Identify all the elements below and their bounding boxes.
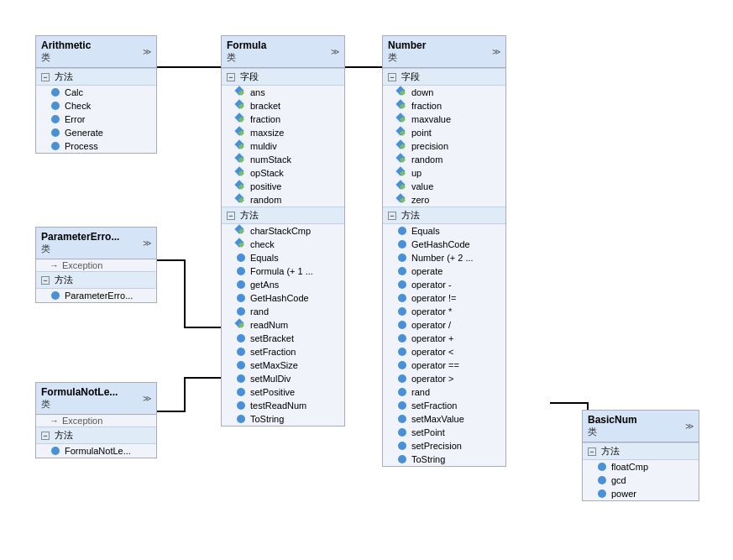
formula-field-maxsize[interactable]: maxsize [222, 126, 344, 139]
number-methods-header[interactable]: − 方法 [383, 207, 505, 224]
formula-field-numstack[interactable]: numStack [222, 153, 344, 166]
number-fields-header[interactable]: − 字段 [383, 68, 505, 86]
number-method-op-eq[interactable]: operator == [383, 359, 505, 372]
number-field-fraction[interactable]: fraction [383, 99, 505, 113]
basicnum-expand[interactable]: ≫ [685, 421, 694, 431]
formula-method-setbracket[interactable]: setBracket [222, 332, 344, 345]
arithmetic-methods-header[interactable]: − 方法 [36, 68, 156, 86]
formula-field-muldiv[interactable]: muldiv [222, 139, 344, 153]
number-methods-label: 方法 [401, 209, 420, 222]
number-method-op-mul[interactable]: operator * [383, 305, 505, 318]
parameter-error-methods-header[interactable]: − 方法 [36, 271, 156, 289]
basicnum-methods-header[interactable]: − 方法 [583, 442, 699, 460]
formula-expand[interactable]: ≫ [331, 47, 339, 56]
number-field-precision[interactable]: precision [383, 139, 505, 153]
formula-field-opstack[interactable]: opStack [222, 166, 344, 180]
op-minus-icon [396, 279, 408, 290]
formula-field-bracket[interactable]: bracket [222, 99, 344, 113]
number-method-op-gt[interactable]: operator > [383, 372, 505, 385]
formula-not-le-expand[interactable]: ≫ [143, 394, 151, 403]
formula-method-getans[interactable]: getAns [222, 278, 344, 291]
arithmetic-error[interactable]: Error [36, 113, 156, 126]
parameter-error-header[interactable]: ParameterErro... 类 ≫ [36, 228, 156, 259]
parameter-error-method[interactable]: ParameterErro... [36, 289, 156, 302]
formula-method-testreadnum[interactable]: testReadNum [222, 399, 344, 412]
number-field-value[interactable]: value [383, 180, 505, 193]
number-method-setfraction[interactable]: setFraction [383, 399, 505, 412]
formula-header[interactable]: Formula 类 ≫ [222, 36, 344, 68]
number-method-setmaxvalue[interactable]: setMaxValue [383, 412, 505, 426]
number-method-op-neq[interactable]: operator != [383, 291, 505, 305]
formula-methods-toggle[interactable]: − [227, 212, 235, 220]
number-method-op-plus[interactable]: operator + [383, 332, 505, 345]
formula-method-rand[interactable]: rand [222, 305, 344, 318]
formula-method-charstackcmp[interactable]: charStackCmp [222, 224, 344, 238]
parameter-error-methods-toggle[interactable]: − [41, 276, 50, 285]
number-method-tostring[interactable]: ToString [383, 453, 505, 466]
arithmetic-calc[interactable]: Calc [36, 86, 156, 99]
number-method-op-div[interactable]: operator / [383, 318, 505, 332]
number-method-gethashcode[interactable]: GetHashCode [383, 238, 505, 251]
number-field-down[interactable]: down [383, 86, 505, 99]
formula-fields-header[interactable]: − 字段 [222, 68, 344, 86]
number-fields-toggle[interactable]: − [388, 73, 396, 81]
generate-method-icon [50, 127, 61, 139]
number-expand[interactable]: ≫ [492, 47, 500, 56]
formula-methods-header[interactable]: − 方法 [222, 207, 344, 224]
number-field-point[interactable]: point [383, 126, 505, 139]
number-field-zero[interactable]: zero [383, 193, 505, 207]
formula-method-check[interactable]: check [222, 238, 344, 251]
formula-field-fraction[interactable]: fraction [222, 113, 344, 126]
formula-method-readnum[interactable]: readNum [222, 318, 344, 332]
floatcmp-icon [596, 461, 608, 473]
tostring-icon [235, 413, 247, 425]
basicnum-methods-toggle[interactable]: − [588, 447, 596, 456]
basicnum-method-floatcmp[interactable]: floatCmp [583, 460, 699, 474]
basicnum-method-power[interactable]: power [583, 487, 699, 500]
basicnum-method-gcd[interactable]: gcd [583, 474, 699, 487]
formula-method-setfraction[interactable]: setFraction [222, 345, 344, 359]
number-method-ctor[interactable]: Number (+ 2 ... [383, 251, 505, 264]
value-field-icon [396, 181, 408, 192]
formula-field-ans[interactable]: ans [222, 86, 344, 99]
number-method-setpoint[interactable]: setPoint [383, 426, 505, 439]
arithmetic-expand[interactable]: ≫ [143, 47, 151, 56]
basicnum-header[interactable]: BasicNum 类 ≫ [583, 411, 699, 442]
number-method-setprecision[interactable]: setPrecision [383, 439, 505, 453]
number-method-op-minus[interactable]: operator - [383, 278, 505, 291]
number-field-random[interactable]: random [383, 153, 505, 166]
formula-field-random[interactable]: random [222, 193, 344, 207]
formula-method-equals[interactable]: Equals [222, 251, 344, 264]
calc-label: Calc [65, 87, 83, 97]
arithmetic-process[interactable]: Process [36, 139, 156, 153]
arithmetic-check[interactable]: Check [36, 99, 156, 113]
number-method-rand[interactable]: rand [383, 385, 505, 399]
number-methods-toggle[interactable]: − [388, 212, 396, 220]
n-setmaxvalue-icon [396, 413, 408, 425]
formula-method-setpositive[interactable]: setPositive [222, 385, 344, 399]
process-method-icon [50, 140, 61, 152]
formula-not-le-header[interactable]: FormulaNotLe... 类 ≫ [36, 383, 156, 415]
number-method-equals[interactable]: Equals [383, 224, 505, 238]
parameter-error-expand[interactable]: ≫ [143, 238, 151, 248]
formula-method-formula[interactable]: Formula (+ 1 ... [222, 264, 344, 278]
number-method-operate[interactable]: operate [383, 264, 505, 278]
number-method-op-lt[interactable]: operator < [383, 345, 505, 359]
number-field-maxvalue[interactable]: maxvalue [383, 113, 505, 126]
formula-fields-toggle[interactable]: − [227, 73, 235, 81]
number-header[interactable]: Number 类 ≫ [383, 36, 505, 68]
formula-method-setmuldiv[interactable]: setMulDiv [222, 372, 344, 385]
formula-field-positive[interactable]: positive [222, 180, 344, 193]
formula-not-le-methods-header[interactable]: − 方法 [36, 427, 156, 444]
formula-method-tostring[interactable]: ToString [222, 412, 344, 426]
formula-not-le-methods-toggle[interactable]: − [41, 432, 50, 440]
arithmetic-generate[interactable]: Generate [36, 126, 156, 139]
bracket-field-icon [235, 100, 247, 112]
number-field-up[interactable]: up [383, 166, 505, 180]
formula-method-setmaxsize[interactable]: setMaxSize [222, 359, 344, 372]
formula-method-gethashcode[interactable]: GetHashCode [222, 291, 344, 305]
formula-not-le-method[interactable]: FormulaNotLe... [36, 444, 156, 458]
arithmetic-header[interactable]: Arithmetic 类 ≫ [36, 36, 156, 68]
arithmetic-methods-toggle[interactable]: − [41, 73, 50, 81]
op-plus-icon [396, 332, 408, 344]
